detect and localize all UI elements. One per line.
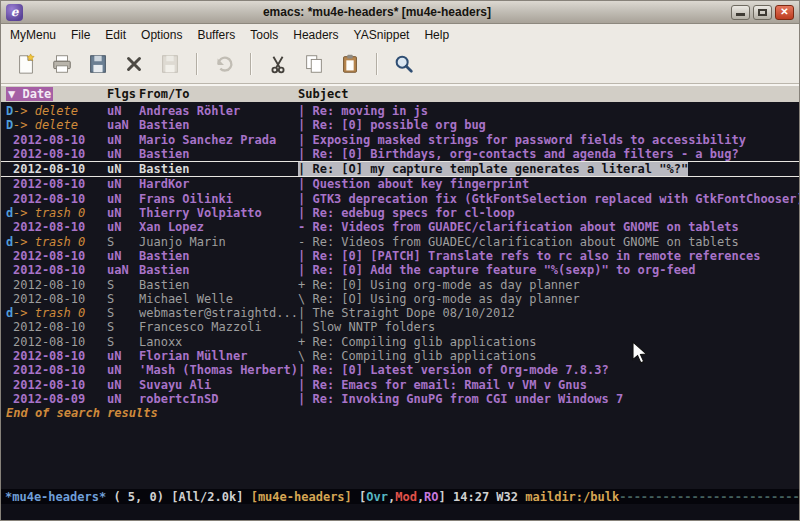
menu-item-help[interactable]: Help [424, 28, 449, 42]
print-icon [51, 53, 73, 75]
message-subject-text: | Slow NNTP folders [298, 320, 435, 334]
message-subject: | The Straight Dope 08/10/2012 [298, 306, 799, 320]
message-from: Bastien [139, 263, 298, 277]
menu-item-yasnippet[interactable]: YASnippet [354, 28, 410, 42]
print-button[interactable] [49, 51, 75, 77]
buffer[interactable]: D-> deleteuNAndreas Röhler| Re: moving i… [1, 102, 799, 489]
message-from: Bastien [139, 118, 298, 132]
message-from: Suvayu Ali [139, 378, 298, 392]
message-row[interactable]: 2012-08-10uNMario Sanchez Prada| Exposin… [1, 133, 799, 147]
message-from: Bastien [139, 278, 298, 292]
message-row[interactable]: 2012-08-10uN'Mash (Thomas Herbert)| Re: … [1, 363, 799, 377]
message-mark [6, 278, 13, 292]
title-bar[interactable]: e emacs: *mu4e-headers* [mu4e-headers] ✕ [1, 1, 799, 24]
message-mark: d [6, 235, 13, 249]
message-row[interactable]: 2012-08-10uNHardKor| Question about key … [1, 177, 799, 191]
window-title: emacs: *mu4e-headers* [mu4e-headers] [29, 5, 725, 19]
column-flags[interactable]: Flgs [107, 87, 139, 101]
message-flags: S [107, 335, 139, 349]
message-from: Andreas Röhler [139, 104, 298, 118]
modeline-segment: , [417, 490, 424, 504]
menu-item-options[interactable]: Options [141, 28, 182, 42]
message-mark [6, 177, 13, 191]
message-row[interactable]: D-> deleteuNAndreas Röhler| Re: moving i… [1, 104, 799, 118]
modeline-segment: [ [352, 490, 366, 504]
message-mark [6, 220, 13, 234]
menubar: MyMenuFileEditOptionsBuffersToolsHeaders… [1, 24, 799, 45]
message-row[interactable]: D-> deleteuaNBastien| Re: [0] possible o… [1, 118, 799, 132]
menu-item-mymenu[interactable]: MyMenu [10, 28, 56, 42]
message-subject-text: \ Re: [O] Using org-mode as day planner [298, 292, 580, 306]
paste-icon [339, 53, 361, 75]
message-flags: uN [107, 104, 139, 118]
minimize-button[interactable] [731, 5, 750, 20]
message-subject: + Re: [0] Using org-mode as day planner [298, 278, 799, 292]
message-row[interactable]: 2012-08-10uNSuvayu Ali| Re: Emacs for em… [1, 378, 799, 392]
message-date: 2012-08-10 [13, 320, 107, 334]
close-buffer-button[interactable] [121, 51, 147, 77]
message-row[interactable]: 2012-08-09uNrobertcInSD| Re: Invoking Gn… [1, 392, 799, 406]
toolbar [1, 45, 799, 84]
message-row[interactable]: 2012-08-10uNBastien| Re: [0] [PATCH] Tra… [1, 249, 799, 263]
column-subject[interactable]: Subject [298, 87, 349, 101]
column-date[interactable]: ▼ Date [6, 87, 107, 101]
message-row[interactable]: d-> trash 0SJuanjo Marin- Re: Videos fro… [1, 235, 799, 249]
menu-item-buffers[interactable]: Buffers [197, 28, 235, 42]
menu-item-edit[interactable]: Edit [105, 28, 126, 42]
modeline-segment: 14:27 W32 [453, 490, 525, 504]
message-row[interactable]: 2012-08-10uNFlorian Müllner\ Re: Compili… [1, 349, 799, 363]
message-from: 'Mash (Thomas Herbert) [139, 363, 298, 377]
message-row[interactable]: 2012-08-10uaNBastien| Re: [0] Add the ca… [1, 263, 799, 277]
message-row[interactable]: d-> trash 0Swebmaster@straightd...| The … [1, 306, 799, 320]
toolbar-separator [196, 53, 198, 75]
message-subject-text: - Re: Videos from GUADEC/clarification a… [298, 235, 739, 249]
menu-item-headers[interactable]: Headers [293, 28, 338, 42]
menu-item-tools[interactable]: Tools [250, 28, 278, 42]
message-from: webmaster@straightd... [139, 306, 298, 320]
message-subject-text: | Re: edebug specs for cl-loop [298, 206, 515, 220]
message-row[interactable]: d-> trash 0uNThierry Volpiatto| Re: edeb… [1, 206, 799, 220]
message-subject-text: \ Re: Compiling glib applications [298, 349, 536, 363]
message-subject: | Re: [0] Add the capture feature "%(sex… [298, 263, 799, 277]
cut-button[interactable] [265, 51, 291, 77]
save-button[interactable] [85, 51, 111, 77]
menu-item-file[interactable]: File [71, 28, 90, 42]
maximize-button[interactable] [753, 5, 772, 20]
modeline-segment: Mod [395, 490, 417, 504]
paste-button[interactable] [337, 51, 363, 77]
modeline-segment: ----------------------------------------… [619, 490, 799, 504]
modeline[interactable]: *mu4e-headers* ( 5, 0) [All/2.0k] [mu4e-… [1, 489, 799, 504]
column-from-to[interactable]: From/To [139, 87, 298, 101]
copy-button[interactable] [301, 51, 327, 77]
message-row[interactable]: 2012-08-10uNBastien| Re: [0] Birthdays, … [1, 147, 799, 161]
message-row[interactable]: 2012-08-10SBastien+ Re: [0] Using org-mo… [1, 278, 799, 292]
message-flags: uaN [107, 118, 139, 132]
modeline-segment: *mu4e-headers* [5, 490, 106, 504]
message-row[interactable]: 2012-08-10SLanoxx+ Re: Compiling glib ap… [1, 335, 799, 349]
minibuffer[interactable] [1, 504, 799, 520]
message-subject-text: | The Straight Dope 08/10/2012 [298, 306, 515, 320]
message-row[interactable]: 2012-08-10uNXan Lopez- Re: Videos from G… [1, 220, 799, 234]
save-as-button[interactable] [157, 51, 183, 77]
search-button[interactable] [391, 51, 417, 77]
message-from: Bastien [139, 162, 298, 176]
save-icon [87, 53, 109, 75]
message-mark: d [6, 206, 13, 220]
message-row[interactable]: 2012-08-10SMichael Welle\ Re: [O] Using … [1, 292, 799, 306]
message-mark [6, 392, 13, 406]
message-subject-text: + Re: Compiling glib applications [298, 335, 536, 349]
message-row[interactable]: 2012-08-10uNBastien| Re: [O] my capture … [1, 161, 799, 177]
new-file-button[interactable] [13, 51, 39, 77]
message-mark: D [6, 118, 13, 132]
copy-icon [303, 53, 325, 75]
message-subject: | GTK3 deprecation fix (GtkFontSelection… [298, 192, 799, 206]
undo-button[interactable] [211, 51, 237, 77]
message-row[interactable]: 2012-08-10uNFrans Oilinki| GTK3 deprecat… [1, 192, 799, 206]
message-mark [6, 378, 13, 392]
message-row[interactable]: 2012-08-10SFrancesco Mazzoli| Slow NNTP … [1, 320, 799, 334]
close-button[interactable]: ✕ [775, 5, 794, 20]
message-subject: | Re: [0] possible org bug [298, 118, 799, 132]
message-subject: | Re: [0] Latest version of Org-mode 7.8… [298, 363, 799, 377]
message-date: 2012-08-10 [13, 220, 107, 234]
message-from: Michael Welle [139, 292, 298, 306]
